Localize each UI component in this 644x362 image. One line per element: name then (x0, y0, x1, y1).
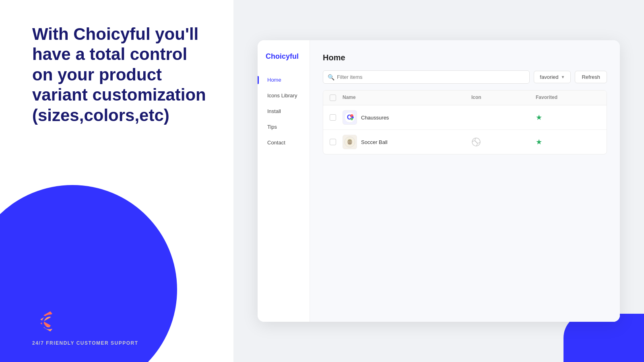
search-wrapper: 🔍 (323, 70, 530, 84)
row1-checkbox[interactable] (330, 114, 336, 121)
svg-point-4 (351, 118, 353, 120)
header-favorited: Favorited (536, 95, 600, 101)
favorited-star-icon[interactable]: ★ (536, 138, 542, 146)
header-name: Name (343, 95, 471, 101)
sidebar-item-home[interactable]: Home (264, 74, 303, 86)
soccer-ball-thumbnail (343, 135, 357, 149)
row2-name: Soccer Ball (361, 139, 388, 145)
favorited-star-icon[interactable]: ★ (536, 113, 542, 122)
row1-checkbox-cell (330, 114, 343, 121)
row2-checkbox[interactable] (330, 139, 336, 145)
chaussures-logo-svg: C (344, 112, 355, 123)
sidebar-item-contact[interactable]: Contact (264, 136, 303, 149)
header-checkbox[interactable] (330, 95, 336, 101)
row1-favorited-cell: ★ (536, 113, 600, 122)
app-window: Choicyful Home Icons Library Install Tip… (258, 40, 620, 322)
soccer-thumbnail-svg (344, 136, 355, 148)
sidebar-logo: Choicyful (264, 52, 303, 61)
data-table: Name Icon Favorited C (323, 90, 607, 154)
toolbar: 🔍 favoried ▼ Refresh (323, 70, 607, 84)
row1-name-cell: C Chaussures (343, 110, 471, 125)
support-text: 24/7 FRIENDLY CUSTOMER SUPPORT (32, 340, 213, 346)
svg-point-7 (348, 139, 352, 142)
choicyful-logo-icon (32, 307, 60, 335)
table-header: Name Icon Favorited (323, 90, 607, 105)
row2-icon-cell (471, 137, 536, 147)
bottom-section: 24/7 FRIENDLY CUSTOMER SUPPORT (32, 307, 213, 346)
sidebar-item-tips[interactable]: Tips (264, 121, 303, 133)
header-checkbox-cell (330, 95, 343, 101)
chevron-down-icon: ▼ (561, 75, 565, 79)
chaussures-icon: C (343, 110, 357, 125)
headline-text: With Choicyful you'll have a total contr… (32, 24, 209, 125)
sidebar-item-icons-library[interactable]: Icons Library (264, 89, 303, 102)
main-content: Home 🔍 favoried ▼ Refresh (310, 40, 620, 322)
table-row: Soccer Ball ★ (323, 130, 607, 154)
right-panel: Choicyful Home Icons Library Install Tip… (233, 0, 644, 362)
table-row: C Chaussures ★ (323, 105, 607, 130)
page-title: Home (323, 53, 607, 62)
sidebar-item-install[interactable]: Install (264, 105, 303, 117)
header-icon: Icon (471, 95, 536, 101)
basketball-icon (471, 137, 481, 147)
row2-favorited-cell: ★ (536, 138, 600, 146)
favorited-filter-button[interactable]: favoried ▼ (534, 71, 571, 83)
search-icon: 🔍 (328, 74, 334, 80)
refresh-button[interactable]: Refresh (575, 71, 607, 83)
row2-checkbox-cell (330, 139, 343, 145)
svg-point-8 (348, 142, 352, 145)
search-input[interactable] (323, 70, 530, 84)
row1-name: Chaussures (361, 115, 389, 121)
sidebar: Choicyful Home Icons Library Install Tip… (258, 40, 310, 322)
row2-name-cell: Soccer Ball (343, 135, 471, 149)
left-panel: With Choicyful you'll have a total contr… (0, 0, 233, 362)
